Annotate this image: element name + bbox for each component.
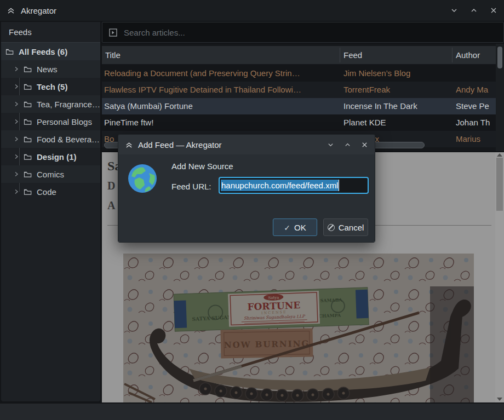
status-bar <box>0 404 504 420</box>
close-icon[interactable] <box>361 141 368 148</box>
cancel-button[interactable]: Cancel <box>323 218 368 236</box>
search-input[interactable]: Search articles... <box>102 22 504 43</box>
chevron-right-icon[interactable] <box>14 119 20 124</box>
article-date-fragment: D <box>107 180 115 192</box>
feed-url-value: hanupchurch.com/feed/feed.xml <box>221 180 339 191</box>
folder-icon <box>24 83 32 90</box>
sidebar-item-tech[interactable]: Tech (5) <box>1 78 100 95</box>
table-row[interactable]: PineTime ftw! Planet KDE Johan Th <box>102 114 496 131</box>
dialog-body: Add New Source Feed URL: hanupchurch.com… <box>118 154 375 242</box>
scroll-up-icon[interactable] <box>497 153 502 157</box>
ok-button[interactable]: OK <box>273 218 317 236</box>
chevron-right-icon[interactable] <box>14 154 20 159</box>
window-titlebar[interactable]: Akregator <box>0 0 504 21</box>
add-feed-dialog: Add Feed — Akregator Add New Source Feed… <box>118 134 375 243</box>
dialog-titlebar[interactable]: Add Feed — Akregator <box>118 135 375 154</box>
column-title[interactable]: Title <box>105 46 121 64</box>
sidebar-item-all-feeds[interactable]: All Feeds (6) <box>1 43 100 60</box>
folder-icon <box>24 101 32 108</box>
folder-icon <box>24 171 32 178</box>
article-author-fragment: A <box>107 199 115 212</box>
chevron-right-icon[interactable] <box>14 171 20 177</box>
chevron-right-icon[interactable] <box>14 66 20 72</box>
folder-icon <box>24 153 32 160</box>
maximize-icon[interactable] <box>344 141 351 148</box>
feeds-panel-title: Feeds <box>1 22 100 43</box>
scroll-down-icon[interactable] <box>497 398 502 401</box>
column-author[interactable]: Author <box>456 46 480 64</box>
minimize-icon[interactable] <box>450 7 458 14</box>
feeds-panel: Feeds All Feeds (6) News Tech (5) <box>1 22 100 401</box>
feed-tree: All Feeds (6) News Tech (5) Tea, Fragran… <box>1 43 100 200</box>
close-icon[interactable] <box>490 7 497 14</box>
column-divider[interactable] <box>452 48 453 62</box>
article-list-vertical-scrollbar[interactable] <box>496 44 504 151</box>
maximize-icon[interactable] <box>470 7 478 14</box>
sidebar-item-personal-blogs[interactable]: Personal Blogs <box>1 113 100 130</box>
scrollbar-handle[interactable] <box>497 47 502 68</box>
table-header[interactable]: Title Feed Author <box>102 46 496 64</box>
cancel-slash-icon <box>328 224 335 231</box>
chevron-right-icon[interactable] <box>14 84 20 89</box>
chevron-right-icon[interactable] <box>14 101 20 107</box>
sidebar-item-food-beverage[interactable]: Food & Bevera… <box>1 130 100 148</box>
sidebar-item-comics[interactable]: Comics <box>1 165 100 183</box>
sidebar-item-code[interactable]: Code <box>1 183 100 200</box>
chevron-double-up-icon <box>7 6 15 15</box>
table-row-selected[interactable]: Satya (Mumbai) Fortune Incense In The Da… <box>102 98 496 114</box>
column-divider[interactable] <box>340 48 340 62</box>
folder-icon <box>24 188 32 195</box>
sidebar-item-news[interactable]: News <box>1 60 100 78</box>
sidebar-item-design[interactable]: Design (1) <box>1 148 100 165</box>
search-filter-icon <box>109 28 117 37</box>
table-row[interactable]: Reloading a Document (and Preserving Que… <box>102 65 496 82</box>
feed-url-input[interactable]: hanupchurch.com/feed/feed.xml <box>219 177 369 194</box>
feed-url-label: Feed URL: <box>171 182 211 191</box>
dialog-title: Add Feed — Akregator <box>138 140 222 149</box>
check-icon <box>284 223 290 232</box>
dialog-heading: Add New Source <box>171 162 233 171</box>
folder-icon <box>24 118 32 125</box>
window-title: Akregator <box>21 6 56 15</box>
folder-icon <box>24 136 32 143</box>
article-viewer-scrollbar[interactable] <box>495 152 504 402</box>
article-photo-incense: SATYA SUGANDHAL SAMABA CHAMPA Satya FORT… <box>123 254 474 402</box>
minimize-icon[interactable] <box>327 141 334 148</box>
search-placeholder: Search articles... <box>124 28 185 37</box>
chevron-right-icon[interactable] <box>14 136 20 142</box>
folder-icon <box>5 48 14 55</box>
sidebar-item-tea-fragrance[interactable]: Tea, Fragrance… <box>1 95 100 113</box>
chevron-double-up-icon <box>125 141 133 149</box>
table-row[interactable]: Flawless IPTV Fugitive Detained in Thail… <box>102 82 496 98</box>
scrollbar-handle[interactable] <box>496 158 503 211</box>
chevron-right-icon[interactable] <box>14 189 20 194</box>
folder-icon <box>24 66 32 73</box>
column-feed[interactable]: Feed <box>343 46 362 64</box>
globe-icon <box>127 163 158 194</box>
